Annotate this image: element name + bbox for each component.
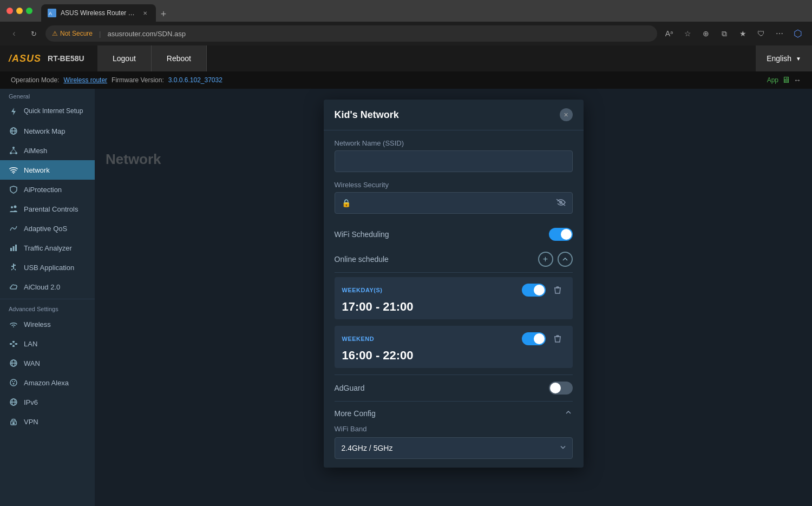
more-config-label: More Config — [335, 409, 376, 418]
sidebar-divider — [0, 299, 95, 299]
shield-icon — [9, 185, 18, 194]
sidebar-item-qos[interactable]: Adaptive QoS — [0, 219, 95, 238]
wireless-security-group: Wireless Security 🔒 — [335, 181, 573, 214]
back-btn[interactable]: ‹ — [6, 26, 22, 41]
wan-icon — [9, 358, 18, 368]
wifi-band-select-wrapper: 2.4GHz / 5GHz — [335, 437, 573, 459]
svg-rect-24 — [15, 343, 17, 345]
alexa-icon — [9, 378, 18, 387]
split-view-btn[interactable]: ⧉ — [717, 26, 732, 41]
svg-point-6 — [12, 147, 15, 149]
modal-header: Kid's Network × — [324, 100, 584, 130]
copilot-btn[interactable]: ⬡ — [790, 26, 806, 41]
weekday-actions — [522, 282, 565, 298]
weekday-header: WEEKDAY(S) — [342, 282, 565, 298]
refresh-btn[interactable]: ↻ — [26, 26, 41, 41]
weekday-delete-btn[interactable] — [550, 282, 565, 298]
maximize-window-btn[interactable] — [26, 8, 32, 14]
browser-toolbar: ‹ ↻ ⚠ Not Secure | asusrouter.com/SDN.as… — [0, 22, 812, 45]
tab-close-btn[interactable]: ✕ — [141, 9, 149, 17]
modal-close-btn[interactable]: × — [560, 108, 573, 121]
network-name-input[interactable] — [335, 150, 573, 172]
sidebar-item-usb[interactable]: USB Application — [0, 258, 95, 277]
sidebar-item-parental[interactable]: Parental Controls — [0, 199, 95, 219]
add-schedule-btn[interactable]: + — [538, 252, 553, 267]
weekend-actions — [522, 331, 565, 346]
close-window-btn[interactable] — [6, 8, 13, 14]
wireless-security-input[interactable]: 🔒 — [335, 192, 573, 214]
svg-rect-22 — [10, 343, 12, 345]
sidebar-item-wan[interactable]: WAN — [0, 353, 95, 373]
usb-icon — [9, 262, 18, 272]
sidebar-item-aimesh[interactable]: AiMesh — [0, 141, 95, 160]
online-schedule-label: Online schedule — [335, 255, 389, 264]
svg-point-33 — [10, 379, 17, 386]
collections-btn[interactable]: ★ — [735, 26, 750, 41]
sidebar-item-wireless[interactable]: Wireless — [0, 314, 95, 334]
wifi-scheduling-toggle[interactable] — [549, 228, 573, 241]
sidebar-item-lan[interactable]: LAN — [0, 334, 95, 353]
more-btn[interactable]: ⋯ — [772, 26, 787, 41]
mesh-icon — [9, 146, 18, 155]
qos-icon — [9, 224, 18, 233]
svg-point-13 — [11, 206, 13, 208]
router-header: /ASUS RT-BE58U Logout Reboot English ▼ — [0, 45, 812, 71]
svg-rect-20 — [14, 265, 16, 266]
svg-line-9 — [11, 149, 14, 152]
app-btn[interactable]: App 🖥 ↔ — [767, 75, 801, 85]
star-btn[interactable]: ☆ — [680, 26, 695, 41]
header-buttons: Logout Reboot — [97, 45, 756, 71]
sidebar-item-network[interactable]: Network — [0, 160, 95, 180]
router-model: RT-BE58U — [48, 54, 84, 63]
adguard-row: AdGuard — [335, 374, 573, 401]
sidebar-item-network-map[interactable]: Network Map — [0, 121, 95, 141]
network-name-group: Network Name (SSID) — [335, 139, 573, 172]
sidebar-item-alexa[interactable]: Amazon Alexa — [0, 373, 95, 392]
op-mode-bar: Operation Mode: Wireless router Firmware… — [0, 71, 812, 89]
svg-rect-46 — [556, 336, 559, 337]
weekend-delete-btn[interactable] — [550, 331, 565, 346]
sidebar-item-aicloud[interactable]: AiCloud 2.0 — [0, 277, 95, 297]
more-config-header[interactable]: More Config — [335, 401, 573, 425]
browser-titlebar: A ASUS Wireless Router RT-BE5... ✕ + — [0, 0, 812, 22]
sidebar-item-vpn[interactable]: VPN — [0, 412, 95, 431]
sidebar-item-ipv6[interactable]: IPv6 — [0, 392, 95, 412]
wifi-band-select[interactable]: 2.4GHz / 5GHz — [335, 437, 573, 459]
logout-btn[interactable]: Logout — [97, 45, 152, 71]
sidebar-item-quick-internet[interactable]: Quick Internet Setup — [0, 102, 95, 121]
collapse-schedule-btn[interactable] — [558, 252, 573, 267]
reboot-btn[interactable]: Reboot — [152, 45, 207, 71]
svg-point-14 — [14, 206, 17, 208]
security-warning: ⚠ Not Secure — [52, 30, 93, 37]
op-mode-link[interactable]: Wireless router — [63, 76, 107, 84]
weekend-time: 16:00 - 22:00 — [342, 349, 565, 363]
active-tab[interactable]: A ASUS Wireless Router RT-BE5... ✕ — [41, 4, 156, 22]
weekend-toggle[interactable] — [522, 332, 546, 345]
svg-rect-19 — [11, 266, 13, 267]
reader-mode-btn[interactable]: Aᵃ — [662, 26, 677, 41]
router-wrapper: /ASUS RT-BE58U Logout Reboot English ▼ O… — [0, 45, 812, 506]
weekday-toggle[interactable] — [522, 284, 546, 297]
chart-icon — [9, 243, 18, 253]
new-tab-btn[interactable]: + — [156, 6, 171, 22]
sidebar-item-aiprotection[interactable]: AiProtection — [0, 180, 95, 199]
language-btn[interactable]: English ▼ — [756, 45, 812, 71]
minimize-window-btn[interactable] — [16, 8, 23, 14]
address-bar[interactable]: ⚠ Not Secure | asusrouter.com/SDN.asp — [45, 25, 657, 42]
sidebar-item-traffic[interactable]: Traffic Analyzer — [0, 238, 95, 258]
svg-rect-44 — [556, 287, 559, 288]
select-chevron-icon — [560, 444, 566, 452]
lightning-icon — [9, 107, 18, 116]
extension-btn[interactable]: ⊕ — [698, 26, 713, 41]
wifi-band-group: WiFi Band 2.4GHz / 5GHz — [335, 425, 573, 459]
shield-btn[interactable]: 🛡 — [754, 26, 769, 41]
lock-icon: 🔒 — [342, 199, 351, 207]
wireless-icon — [9, 319, 18, 329]
tab-title: ASUS Wireless Router RT-BE5... — [61, 9, 136, 17]
eye-slash-icon[interactable] — [556, 199, 566, 208]
asus-logo: /ASUS — [9, 53, 41, 64]
svg-point-12 — [13, 173, 14, 174]
asus-logo-area: /ASUS RT-BE58U — [0, 45, 97, 71]
weekday-label: WEEKDAY(S) — [342, 287, 383, 293]
adguard-toggle[interactable] — [549, 382, 573, 395]
